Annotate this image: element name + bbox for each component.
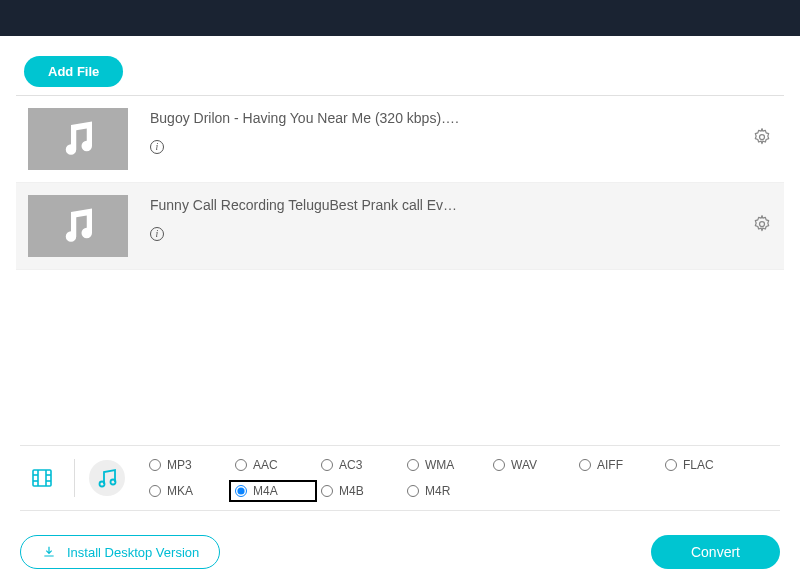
format-option-wav[interactable]: WAV xyxy=(489,456,573,474)
file-title: Bugoy Drilon - Having You Near Me (320 k… xyxy=(150,110,730,126)
separator xyxy=(74,459,75,497)
format-grid: MP3 AAC AC3 WMA WAV AIFF FLAC MKA M4A M4… xyxy=(145,456,745,500)
svg-point-10 xyxy=(111,480,116,485)
format-option-ac3[interactable]: AC3 xyxy=(317,456,401,474)
format-label: M4B xyxy=(339,484,364,498)
music-icon xyxy=(95,466,119,490)
audio-thumbnail xyxy=(28,195,128,257)
format-option-aac[interactable]: AAC xyxy=(231,456,315,474)
settings-button[interactable] xyxy=(752,214,772,238)
format-option-aiff[interactable]: AIFF xyxy=(575,456,659,474)
settings-button[interactable] xyxy=(752,127,772,151)
music-note-icon xyxy=(57,205,99,247)
audio-thumbnail xyxy=(28,108,128,170)
file-row[interactable]: Funny Call Recording TeluguBest Prank ca… xyxy=(16,183,784,270)
info-icon: i xyxy=(150,227,164,241)
format-option-m4r[interactable]: M4R xyxy=(403,482,487,500)
install-label: Install Desktop Version xyxy=(67,545,199,560)
format-label: MKA xyxy=(167,484,193,498)
convert-button[interactable]: Convert xyxy=(651,535,780,569)
svg-point-0 xyxy=(760,135,765,140)
video-category-button[interactable] xyxy=(24,460,60,496)
info-button[interactable]: i xyxy=(150,136,164,153)
format-label: M4R xyxy=(425,484,450,498)
file-row[interactable]: Bugoy Drilon - Having You Near Me (320 k… xyxy=(16,96,784,183)
title-bar xyxy=(0,0,800,36)
download-icon xyxy=(41,544,57,560)
music-note-icon xyxy=(57,118,99,160)
format-label: WMA xyxy=(425,458,454,472)
svg-rect-2 xyxy=(33,470,51,486)
file-list: Bugoy Drilon - Having You Near Me (320 k… xyxy=(16,95,784,270)
file-title: Funny Call Recording TeluguBest Prank ca… xyxy=(150,197,730,213)
format-option-m4a[interactable]: M4A xyxy=(231,482,315,500)
audio-category-button[interactable] xyxy=(89,460,125,496)
gear-icon xyxy=(752,127,772,147)
format-label: WAV xyxy=(511,458,537,472)
gear-icon xyxy=(752,214,772,234)
format-option-m4b[interactable]: M4B xyxy=(317,482,401,500)
format-label: M4A xyxy=(253,484,278,498)
format-label: MP3 xyxy=(167,458,192,472)
format-option-mka[interactable]: MKA xyxy=(145,482,229,500)
bottom-bar: Install Desktop Version Convert xyxy=(20,535,780,569)
info-button[interactable]: i xyxy=(150,223,164,240)
svg-point-9 xyxy=(100,482,105,487)
info-icon: i xyxy=(150,140,164,154)
format-label: AAC xyxy=(253,458,278,472)
format-label: FLAC xyxy=(683,458,714,472)
svg-point-1 xyxy=(760,222,765,227)
format-option-flac[interactable]: FLAC xyxy=(661,456,745,474)
film-icon xyxy=(30,466,54,490)
format-option-mp3[interactable]: MP3 xyxy=(145,456,229,474)
format-bar: MP3 AAC AC3 WMA WAV AIFF FLAC MKA M4A M4… xyxy=(20,445,780,511)
install-desktop-button[interactable]: Install Desktop Version xyxy=(20,535,220,569)
format-label: AC3 xyxy=(339,458,362,472)
format-label: AIFF xyxy=(597,458,623,472)
format-option-wma[interactable]: WMA xyxy=(403,456,487,474)
add-file-button[interactable]: Add File xyxy=(24,56,123,87)
